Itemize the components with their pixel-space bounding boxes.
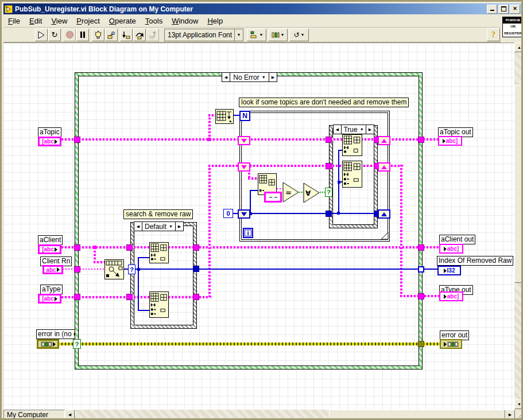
wire-clientrn[interactable] (63, 269, 104, 270)
scroll-right-button[interactable]: ▶ (505, 410, 515, 419)
atype-terminal[interactable]: [abc (38, 294, 61, 304)
for-loop-resize-corner[interactable] (381, 232, 389, 240)
vi-icon[interactable]: PUBSUB UN REGISTER (502, 17, 523, 37)
wire-junction[interactable] (337, 212, 340, 215)
resize-grip[interactable] (515, 410, 523, 419)
case-prev-arrow[interactable]: ◀ (334, 125, 342, 134)
wire-atype-up[interactable] (208, 165, 211, 298)
reorder-button[interactable]: ↺▼ (289, 29, 309, 41)
menu-operate[interactable]: Operate (104, 15, 141, 26)
tunnel-clientrn-in[interactable] (74, 266, 80, 273)
menu-window[interactable]: Window (167, 15, 203, 26)
aclient-out-terminal[interactable]: abc] (439, 244, 463, 254)
font-selector[interactable]: 13pt Application Font (164, 29, 234, 41)
vertical-scrollbar-thumb[interactable] (514, 85, 523, 283)
empty-string-constant[interactable] (264, 192, 282, 203)
case-next-arrow[interactable]: ▶ (366, 125, 374, 134)
atopic-label[interactable]: aTopic (38, 127, 61, 137)
atype-out-terminal[interactable]: abc] (439, 291, 463, 301)
chevron-down-icon[interactable]: ▼ (360, 127, 364, 131)
clientrn-terminal[interactable]: abc (42, 265, 63, 274)
chevron-down-icon[interactable]: ▼ (169, 224, 173, 228)
case-prev-arrow[interactable]: ◀ (222, 73, 230, 81)
title-bar[interactable]: PubSub_Unregister.vi Block Diagram on My… (3, 3, 521, 14)
menu-edit[interactable]: Edit (25, 15, 47, 26)
error-out-terminal[interactable] (440, 339, 462, 349)
wire-search-index-out[interactable] (124, 269, 438, 270)
abort-button[interactable] (63, 29, 76, 41)
menu-view[interactable]: View (47, 15, 72, 26)
scroll-down-button[interactable]: ▼ (514, 399, 523, 409)
true-case-selector-terminal[interactable]: ? (325, 188, 332, 197)
aclient-out-label[interactable]: aClient out (439, 235, 475, 244)
true-case-selector-label[interactable]: ◀ True▼ ▶ (333, 125, 374, 134)
tunnel-truecase-atopic-in[interactable] (326, 137, 332, 143)
tunnel-defaultcase-aclient-in[interactable] (126, 244, 133, 251)
default-case-selector-terminal[interactable]: ? (128, 265, 135, 274)
index-of-removed-raw-label[interactable]: Index Of Removed Raw (437, 256, 513, 266)
default-case-selector-label[interactable]: ◀ Default▼ ▶ (134, 221, 184, 231)
wire-aclient[interactable] (61, 246, 440, 248)
shift-register-right-atopic[interactable] (378, 136, 390, 145)
wire-atype-into-loop[interactable] (208, 165, 239, 167)
tunnel-defaultcase-index-out[interactable] (193, 266, 199, 272)
case-next-arrow[interactable]: ▶ (175, 222, 183, 231)
index-of-removed-raw-terminal[interactable]: I32 (437, 266, 461, 275)
distribute-objects-button[interactable]: ▼ (268, 29, 288, 41)
highlight-execution-button[interactable] (92, 29, 104, 41)
wire-junction[interactable] (338, 181, 340, 184)
tunnel-truecase-atype-in[interactable] (326, 163, 332, 169)
step-out-button[interactable] (146, 29, 159, 41)
align-objects-button[interactable]: ▼ (247, 29, 266, 41)
shift-register-right-atype[interactable] (378, 162, 390, 172)
tunnel-defaultcase-aclient-out[interactable] (193, 244, 199, 251)
tunnel-error-out[interactable] (418, 341, 424, 347)
wire-arraysize-to-n[interactable] (234, 115, 239, 116)
for-loop-iteration-terminal[interactable]: i (243, 228, 253, 238)
shift-register-right-index[interactable] (378, 209, 390, 219)
run-button[interactable] (35, 29, 48, 41)
tunnel-defaultcase-atype-out[interactable] (193, 294, 199, 300)
menu-help[interactable]: Help (203, 15, 227, 26)
wire-index-main[interactable] (250, 213, 386, 214)
menu-file[interactable]: File (3, 15, 25, 26)
tunnel-aclient-in[interactable] (74, 244, 80, 251)
step-over-button[interactable] (133, 29, 146, 41)
wire-junction[interactable] (93, 246, 96, 249)
atopic-out-terminal[interactable]: abc] (438, 136, 462, 146)
wire-atype-down[interactable] (400, 165, 402, 297)
tunnel-index-out[interactable] (418, 266, 424, 273)
wire-junction[interactable] (207, 138, 211, 141)
delete-from-array-icon-true-bottom[interactable] (342, 161, 362, 188)
delete-from-array-icon-true-top[interactable] (342, 134, 362, 156)
array-size-icon[interactable] (215, 109, 234, 124)
tunnel-aclient-out[interactable] (418, 244, 424, 251)
tunnel-atopic-out[interactable] (418, 137, 424, 143)
tunnel-atype-out[interactable] (418, 293, 424, 300)
menu-tools[interactable]: Tools (141, 15, 167, 26)
chevron-down-icon[interactable]: ▼ (262, 75, 266, 79)
shift-register-left-atopic[interactable] (238, 136, 250, 145)
case-prev-arrow[interactable]: ◀ (134, 222, 142, 231)
execution-target-box[interactable]: My Computer (3, 410, 65, 419)
horizontal-scrollbar-thumb[interactable] (329, 410, 505, 419)
wire-search-array-input[interactable] (94, 261, 104, 263)
step-into-button[interactable] (120, 29, 133, 41)
zero-constant[interactable]: 0 (223, 209, 233, 218)
wire-index-defb-h[interactable] (138, 310, 150, 311)
not-node[interactable]: ∀ (303, 182, 320, 203)
search-1d-array-icon[interactable] (104, 259, 124, 279)
shift-register-left-index[interactable] (238, 209, 250, 219)
shift-register-left-atype[interactable] (238, 162, 250, 172)
scroll-left-button[interactable]: ◀ (65, 410, 75, 419)
pause-button[interactable] (76, 29, 89, 41)
wire-error[interactable] (59, 343, 440, 345)
wire-atopic-to-arraysize[interactable] (208, 114, 211, 139)
wire-index-defa-h[interactable] (138, 257, 150, 258)
wire-index-defb-v[interactable] (138, 270, 139, 311)
atopic-terminal[interactable]: [abc (38, 137, 61, 146)
delete-from-array-icon-default-bottom[interactable] (149, 291, 169, 318)
help-button[interactable]: ? (487, 28, 500, 41)
comment-look[interactable]: look if some topics are don't needed and… (239, 98, 409, 107)
outer-case-selector-label[interactable]: ◀ No Error▼ ▶ (222, 72, 277, 82)
